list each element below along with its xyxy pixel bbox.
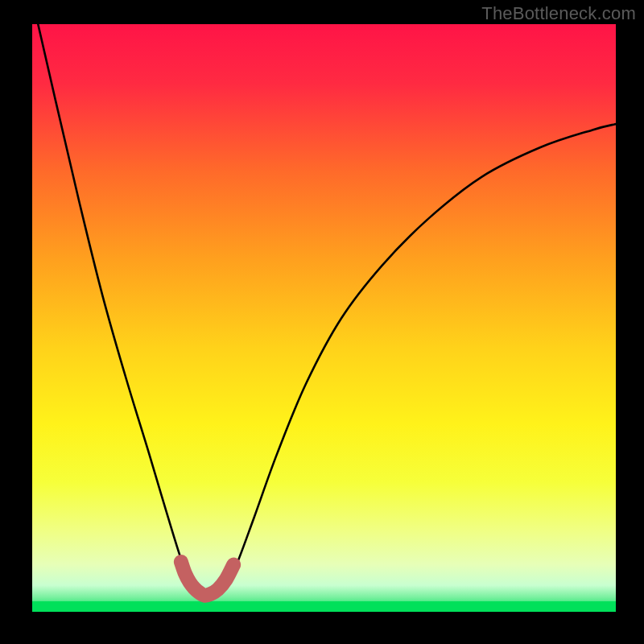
- attribution-text: TheBottleneck.com: [481, 3, 636, 24]
- chart-frame: TheBottleneck.com: [0, 0, 644, 644]
- plot-svg: [32, 24, 616, 612]
- green-bottom-band: [32, 601, 616, 612]
- plot-area: [32, 24, 616, 612]
- gradient-background: [32, 24, 616, 612]
